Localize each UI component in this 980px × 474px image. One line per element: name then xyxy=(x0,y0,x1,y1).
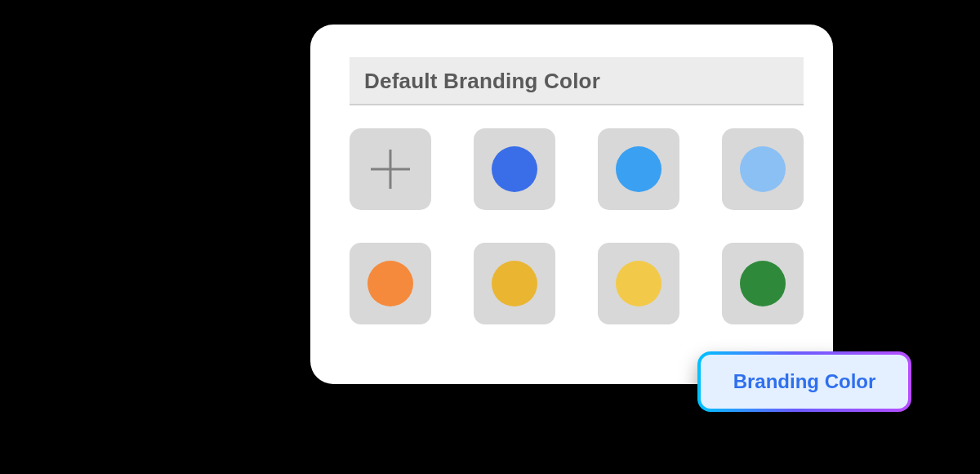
color-swatch-green[interactable] xyxy=(722,243,804,324)
plus-icon xyxy=(371,150,410,189)
add-color-button[interactable] xyxy=(350,128,431,210)
color-circle xyxy=(492,146,537,192)
color-swatch-sky-blue[interactable] xyxy=(598,128,679,210)
color-swatch-orange[interactable] xyxy=(350,243,431,324)
color-swatch-gold[interactable] xyxy=(474,243,555,324)
panel-title: Default Branding Color xyxy=(364,69,789,94)
callout-label: Branding Color xyxy=(733,370,876,393)
branding-color-callout[interactable]: Branding Color xyxy=(697,351,911,412)
panel-header-field: Default Branding Color xyxy=(350,57,804,105)
color-swatch-yellow[interactable] xyxy=(598,243,679,324)
color-circle xyxy=(368,261,413,306)
color-circle xyxy=(492,261,537,306)
callout-inner: Branding Color xyxy=(701,355,908,409)
color-swatch-grid xyxy=(350,128,804,324)
branding-color-panel: Default Branding Color xyxy=(310,25,833,384)
color-swatch-blue[interactable] xyxy=(474,128,555,210)
color-circle xyxy=(740,146,786,192)
color-circle xyxy=(616,261,662,306)
color-circle xyxy=(740,261,786,306)
color-circle xyxy=(616,146,662,192)
color-swatch-light-blue[interactable] xyxy=(722,128,804,210)
